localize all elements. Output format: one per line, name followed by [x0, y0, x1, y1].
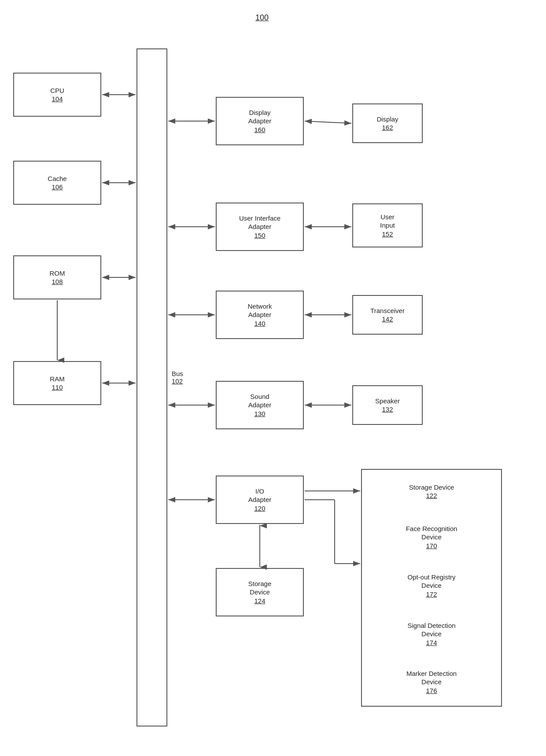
transceiver-num: 142 [382, 315, 393, 324]
storage-124-box: StorageDevice 124 [216, 568, 304, 616]
display-adapter-box: DisplayAdapter 160 [216, 97, 304, 145]
sound-adapter-num: 130 [254, 409, 265, 418]
speaker-box: Speaker 132 [352, 385, 423, 425]
cpu-num: 104 [52, 95, 63, 103]
display-adapter-num: 160 [254, 125, 265, 134]
diagram-title: 100 [255, 13, 269, 22]
network-adapter-label: NetworkAdapter [247, 302, 272, 319]
display-label: Display [376, 115, 398, 124]
ram-label: RAM [50, 375, 64, 384]
io-adapter-num: 120 [254, 504, 265, 513]
cpu-box: CPU 104 [13, 73, 101, 117]
signal-detection-label: Signal DetectionDevice [407, 621, 455, 638]
ram-box: RAM 110 [13, 361, 101, 405]
storage-122-box: Storage Device 122 [361, 469, 502, 513]
ui-adapter-label: User InterfaceAdapter [239, 214, 280, 231]
user-input-box: UserInput 152 [352, 203, 423, 247]
storage-122-num: 122 [426, 491, 437, 500]
marker-detection-box: Marker DetectionDevice 176 [361, 658, 502, 707]
ui-adapter-box: User InterfaceAdapter 150 [216, 203, 304, 251]
cache-label: Cache [48, 174, 66, 183]
ui-adapter-num: 150 [254, 231, 265, 240]
optout-registry-num: 172 [426, 590, 437, 599]
network-adapter-num: 140 [254, 319, 265, 328]
storage-124-num: 124 [254, 597, 265, 605]
transceiver-label: Transceiver [370, 306, 405, 315]
rom-label: ROM [50, 269, 65, 278]
transceiver-box: Transceiver 142 [352, 295, 423, 335]
face-recognition-num: 170 [426, 542, 437, 550]
marker-detection-label: Marker DetectionDevice [406, 669, 457, 686]
io-adapter-box: I/OAdapter 120 [216, 476, 304, 524]
diagram: 100 Bus 102 CPU 104 Cache 106 ROM 108 RA… [0, 0, 546, 756]
bus-bar [136, 48, 167, 726]
optout-registry-box: Opt-out RegistryDevice 172 [361, 561, 502, 610]
optout-registry-label: Opt-out RegistryDevice [407, 573, 455, 590]
cache-num: 106 [52, 183, 63, 192]
display-box: Display 162 [352, 103, 423, 143]
display-num: 162 [382, 123, 393, 132]
storage-124-label: StorageDevice [248, 579, 272, 597]
face-recognition-label: Face RecognitionDevice [406, 524, 457, 542]
user-input-label: UserInput [380, 213, 395, 230]
storage-122-label: Storage Device [409, 483, 454, 492]
network-adapter-box: NetworkAdapter 140 [216, 291, 304, 339]
rom-box: ROM 108 [13, 255, 101, 299]
signal-detection-num: 174 [426, 638, 437, 647]
signal-detection-box: Signal DetectionDevice 174 [361, 610, 502, 658]
bus-num: 102 [172, 377, 183, 385]
bus-text: Bus [172, 370, 183, 377]
speaker-num: 132 [382, 405, 393, 414]
bus-label: Bus 102 [172, 370, 183, 385]
sound-adapter-box: SoundAdapter 130 [216, 381, 304, 429]
display-adapter-label: DisplayAdapter [248, 108, 272, 125]
cache-box: Cache 106 [13, 161, 101, 205]
face-recognition-box: Face RecognitionDevice 170 [361, 513, 502, 561]
ram-num: 110 [52, 383, 63, 392]
user-input-num: 152 [382, 230, 393, 239]
marker-detection-num: 176 [426, 686, 437, 695]
cpu-label: CPU [50, 86, 64, 95]
svg-line-10 [305, 121, 351, 123]
speaker-label: Speaker [375, 397, 400, 406]
rom-num: 108 [52, 277, 63, 286]
sound-adapter-label: SoundAdapter [248, 392, 272, 409]
io-adapter-label: I/OAdapter [248, 487, 272, 504]
